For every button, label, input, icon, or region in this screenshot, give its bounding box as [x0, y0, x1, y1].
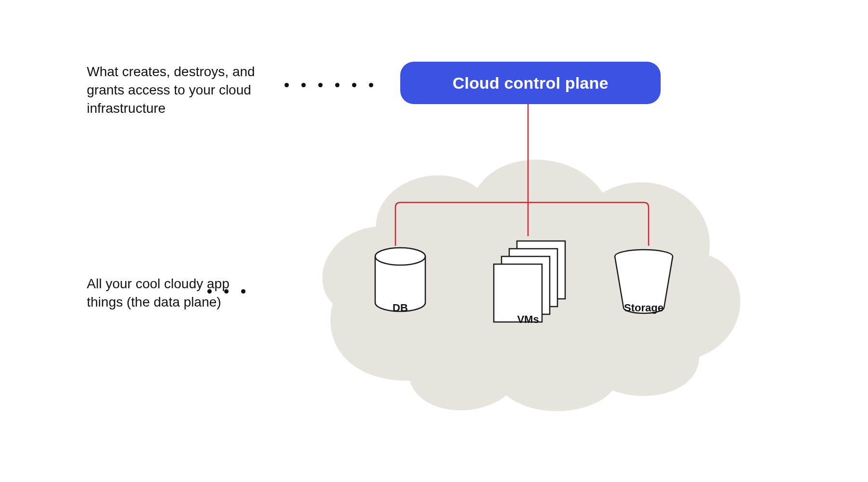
- vms-label: VMs: [482, 313, 574, 326]
- control-plane-description: What creates, destroys, and grants acces…: [87, 63, 260, 117]
- cloud-control-plane-title: Cloud control plane: [452, 74, 608, 93]
- dotted-connector-top: [285, 83, 373, 87]
- vms-icon: [482, 236, 574, 323]
- diagram-canvas: What creates, destroys, and grants acces…: [0, 0, 868, 482]
- db-label: DB: [366, 302, 434, 314]
- storage-resource: Storage: [608, 246, 680, 323]
- dotted-connector-bottom: [207, 289, 245, 294]
- db-resource: DB: [366, 246, 434, 323]
- cloud-control-plane-box: Cloud control plane: [400, 62, 661, 104]
- vms-resource: VMs: [482, 236, 574, 323]
- storage-label: Storage: [608, 302, 680, 314]
